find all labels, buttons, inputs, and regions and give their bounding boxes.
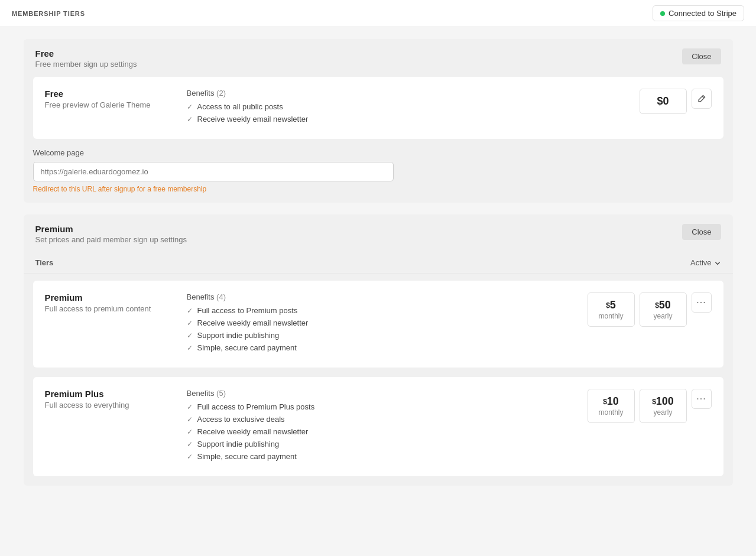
premium-plus-benefit-text-2: Access to exclusive deals [197, 415, 285, 424]
free-section-header-text: Free Free member sign up settings [35, 48, 137, 69]
free-benefits-section: Benefits (2) ✓ Access to all public post… [187, 89, 628, 127]
premium-plus-benefits-label: Benefits [187, 389, 215, 398]
premium-section-subtitle: Set prices and paid member sign up setti… [35, 235, 187, 244]
main-content: Free Free member sign up settings Close … [12, 27, 745, 509]
premium-plus-more-button[interactable]: ··· [692, 389, 712, 409]
free-section-title: Free [35, 48, 137, 58]
premium-benefit-3: ✓ Support indie publishing [187, 331, 576, 340]
check-icon-p4: ✓ [187, 344, 193, 352]
premium-plus-benefit-1: ✓ Full access to Premium Plus posts [187, 402, 576, 411]
tiers-label: Tiers [35, 258, 54, 267]
free-close-button[interactable]: Close [682, 48, 721, 64]
free-tier-description: Free preview of Galerie Theme [45, 100, 175, 109]
premium-plus-benefit-4: ✓ Support indie publishing [187, 440, 576, 448]
premium-close-button[interactable]: Close [682, 224, 721, 240]
free-price-box: $0 [640, 89, 687, 114]
premium-monthly-label: monthly [598, 312, 625, 320]
check-icon-p3: ✓ [187, 331, 193, 340]
welcome-page-label: Welcome page [33, 148, 723, 157]
check-icon-2: ✓ [187, 115, 193, 123]
premium-plus-benefit-3: ✓ Receive weekly email newsletter [187, 427, 576, 436]
premium-plus-tier-name: Premium Plus [45, 389, 175, 399]
free-benefits-count: (2) [216, 89, 226, 97]
premium-monthly-price: $5 [598, 299, 625, 311]
active-filter-button[interactable]: Active [690, 258, 721, 267]
premium-price-actions: $5 monthly $50 yearly ··· [588, 292, 712, 327]
premium-tier-info: Premium Full access to premium content [45, 292, 175, 313]
premium-plus-yearly-label: yearly [650, 408, 677, 417]
premium-plus-benefit-text-1: Full access to Premium Plus posts [197, 402, 315, 411]
premium-benefits-label: Benefits [187, 292, 215, 301]
premium-plus-benefit-2: ✓ Access to exclusive deals [187, 415, 576, 424]
premium-plus-yearly-price-box: $100 yearly [640, 389, 687, 423]
check-icon-p1: ✓ [187, 307, 193, 315]
stripe-label: Connected to Stripe [669, 9, 736, 18]
stripe-status-dot [660, 11, 665, 16]
chevron-down-icon [714, 259, 721, 266]
premium-yearly-price-box: $50 yearly [640, 292, 687, 327]
premium-plus-benefit-text-4: Support indie publishing [197, 440, 280, 448]
premium-plus-monthly-price: $10 [598, 395, 625, 408]
premium-plus-benefit-5: ✓ Simple, secure card payment [187, 452, 576, 461]
premium-benefit-2: ✓ Receive weekly email newsletter [187, 318, 576, 327]
premium-section-header: Premium Set prices and paid member sign … [24, 214, 733, 252]
welcome-page-section: Welcome page Redirect to this URL after … [24, 148, 733, 203]
premium-more-button[interactable]: ··· [692, 292, 712, 313]
premium-plus-benefits-header: Benefits (5) [187, 389, 576, 398]
free-benefits-header: Benefits (2) [187, 89, 628, 97]
pencil-icon [697, 95, 706, 103]
free-price-value: $0 [650, 95, 677, 108]
premium-plus-yearly-price: $100 [650, 395, 677, 408]
free-benefit-text-2: Receive weekly email newsletter [197, 115, 309, 123]
premium-section-header-text: Premium Set prices and paid member sign … [35, 224, 187, 244]
premium-benefit-text-3: Support indie publishing [197, 331, 280, 340]
premium-benefit-text-4: Simple, secure card payment [197, 343, 297, 352]
premium-plus-tier-info: Premium Plus Full access to everything [45, 389, 175, 409]
active-filter-label: Active [690, 258, 711, 267]
premium-tier-description: Full access to premium content [45, 304, 175, 313]
free-benefit-text-1: Access to all public posts [197, 102, 283, 111]
premium-plus-monthly-label: monthly [598, 408, 625, 417]
free-edit-button[interactable] [692, 89, 712, 109]
premium-plus-benefit-text-5: Simple, secure card payment [197, 452, 297, 461]
free-tier-info: Free Free preview of Galerie Theme [45, 89, 175, 109]
check-icon-p2: ✓ [187, 319, 193, 327]
page-title: MEMBERSHIP TIERS [12, 10, 85, 17]
more-icon-pp: ··· [696, 394, 706, 404]
premium-plus-benefits-section: Benefits (5) ✓ Full access to Premium Pl… [187, 389, 576, 464]
check-icon-pp3: ✓ [187, 428, 193, 436]
premium-yearly-price: $50 [650, 299, 677, 311]
premium-benefit-4: ✓ Simple, secure card payment [187, 343, 576, 352]
free-benefit-item-1: ✓ Access to all public posts [187, 102, 628, 111]
top-bar: MEMBERSHIP TIERS Connected to Stripe [0, 0, 756, 27]
premium-benefits-count: (4) [216, 292, 226, 301]
tiers-row: Tiers Active [24, 252, 733, 274]
free-section: Free Free member sign up settings Close … [24, 39, 733, 203]
check-icon-1: ✓ [187, 103, 193, 111]
more-icon: ··· [696, 297, 706, 308]
premium-section-title: Premium [35, 224, 187, 234]
check-icon-pp2: ✓ [187, 415, 193, 424]
premium-plus-tier-description: Full access to everything [45, 401, 175, 409]
premium-yearly-label: yearly [650, 312, 677, 320]
premium-monthly-price-box: $5 monthly [588, 292, 635, 327]
welcome-page-hint: Redirect to this URL after signup for a … [33, 185, 723, 193]
free-price-actions: $0 [640, 89, 712, 114]
premium-plus-tier-card: Premium Plus Full access to everything B… [33, 377, 723, 476]
free-tier-name: Free [45, 89, 175, 99]
free-tier-card: Free Free preview of Galerie Theme Benef… [33, 77, 723, 139]
free-benefits-label: Benefits [187, 89, 215, 97]
premium-benefit-1: ✓ Full access to Premium posts [187, 306, 576, 315]
premium-tier-name: Premium [45, 292, 175, 303]
premium-section: Premium Set prices and paid member sign … [24, 214, 733, 486]
premium-plus-benefits-count: (5) [216, 389, 226, 398]
premium-benefit-text-2: Receive weekly email newsletter [197, 318, 309, 327]
premium-benefits-section: Benefits (4) ✓ Full access to Premium po… [187, 292, 576, 356]
stripe-badge: Connected to Stripe [653, 5, 744, 21]
premium-benefit-text-1: Full access to Premium posts [197, 306, 298, 315]
check-icon-pp5: ✓ [187, 453, 193, 461]
premium-plus-monthly-price-box: $10 monthly [588, 389, 635, 423]
premium-tier-card: Premium Full access to premium content B… [33, 281, 723, 368]
welcome-page-input[interactable] [33, 162, 394, 181]
check-icon-pp4: ✓ [187, 440, 193, 448]
